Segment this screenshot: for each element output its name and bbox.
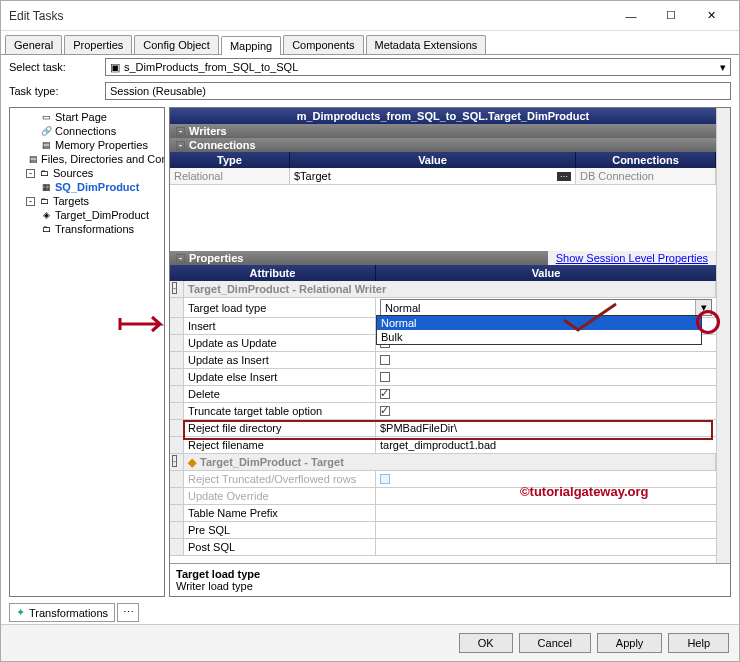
select-task-label: Select task: [9,61,99,73]
col-value: Value [290,152,576,168]
collapse-icon[interactable]: - [176,127,185,136]
collapse-icon[interactable]: - [176,141,185,150]
checkbox[interactable] [380,389,390,399]
chevron-down-icon: ▾ [720,61,726,74]
minimize-button[interactable]: — [611,2,651,30]
file-icon: ▤ [29,153,38,165]
main-tabs: General Properties Config Object Mapping… [1,31,739,55]
annotation-circle-dropdown [696,310,720,334]
session-level-link[interactable]: Show Session Level Properties [548,251,716,265]
ok-button[interactable]: OK [459,633,513,653]
select-task-value: s_DimProducts_from_SQL_to_SQL [124,61,298,73]
expand-icon[interactable]: - [26,197,35,206]
col-connections: Connections [576,152,716,168]
close-button[interactable]: ✕ [691,2,731,30]
task-icon: ▣ [110,61,120,74]
tree-item[interactable]: ▭Start Page [12,110,162,124]
property-row[interactable]: Update as Insert [170,352,716,369]
checkbox[interactable] [380,355,390,365]
mapping-heading: m_Dimproducts_from_SQL_to_SQL.Target_Dim… [170,108,716,124]
connections-band[interactable]: -Connections [170,138,716,152]
group-target[interactable]: - ◆Target_DimProduct - Target [170,454,716,471]
select-task-dropdown[interactable]: ▣s_DimProducts_from_SQL_to_SQL ▾ [105,58,731,76]
tab-components[interactable]: Components [283,35,363,54]
titlebar: Edit Tasks — ☐ ✕ [1,1,739,31]
transform-icon: ✦ [16,606,25,619]
help-button[interactable]: Help [668,633,729,653]
val-header: Value [376,265,716,281]
tab-metadata-extensions[interactable]: Metadata Extensions [366,35,487,54]
properties-label: Properties [189,252,243,264]
tree-item[interactable]: -🗀Sources [12,166,162,180]
collapse-icon[interactable]: - [172,455,177,467]
target-load-type-dropdown[interactable]: Normal▾ [380,299,712,316]
checkbox[interactable] [380,372,390,382]
property-row[interactable]: Post SQL [170,539,716,556]
tree-item[interactable]: ◈Target_DimProduct [12,208,162,222]
vertical-scrollbar[interactable] [716,108,730,563]
collapse-icon[interactable]: - [172,282,177,294]
mem-icon: ▤ [40,139,52,151]
tree-item[interactable]: ▦SQ_DimProduct [12,180,162,194]
tab-general[interactable]: General [5,35,62,54]
property-row[interactable]: Target load typeNormal▾NormalBulk [170,298,716,318]
conn-icon: 🔗 [40,125,52,137]
cell-type: Relational [170,168,290,185]
page-icon: ▭ [40,111,52,123]
folder-icon: 🗀 [38,167,50,179]
dropdown-option[interactable]: Normal [377,316,701,330]
writers-band[interactable]: -Writers [170,124,716,138]
watermark: ©tutorialgateway.org [520,484,649,499]
tree-item[interactable]: -🗀Targets [12,194,162,208]
nav-tree[interactable]: ▭Start Page🔗Connections▤Memory Propertie… [9,107,165,597]
cancel-button[interactable]: Cancel [519,633,591,653]
task-type-field: Session (Reusable) [105,82,731,100]
property-row[interactable]: Truncate target table option [170,403,716,420]
checkbox[interactable] [380,474,390,484]
dropdown-option[interactable]: Bulk [377,330,701,344]
property-row[interactable]: Pre SQL [170,522,716,539]
col-type: Type [170,152,290,168]
content-pane: m_Dimproducts_from_SQL_to_SQL.Target_Dim… [169,107,731,597]
checkbox[interactable] [380,406,390,416]
desc-text: Writer load type [176,580,724,592]
attr-header: Attribute [170,265,376,281]
target-icon: ◆ [188,456,196,469]
collapse-icon[interactable]: - [176,254,185,263]
folder-icon: 🗀 [40,223,52,235]
annotation-highlight-box [183,420,713,440]
dialog-buttons: OK Cancel Apply Help [1,624,739,661]
property-row[interactable]: Table Name Prefix [170,505,716,522]
desc-title: Target load type [176,568,724,580]
picker-icon[interactable]: ⋯ [557,172,571,181]
window-title: Edit Tasks [9,9,611,23]
cell-conn: DB Connection [576,168,716,185]
annotation-arrow [118,314,172,336]
expand-icon[interactable]: - [26,169,35,178]
dropdown-list[interactable]: NormalBulk [376,315,702,345]
task-type-label: Task type: [9,85,99,97]
tree-item[interactable]: 🔗Connections [12,124,162,138]
group-target-writer[interactable]: - Target_DimProduct - Relational Writer [170,281,716,298]
property-row[interactable]: Delete [170,386,716,403]
annotation-checkmark [560,302,620,336]
tgt-icon: ◈ [40,209,52,221]
cell-value[interactable]: $Target⋯ [290,168,576,185]
tab-properties[interactable]: Properties [64,35,132,54]
apply-button[interactable]: Apply [597,633,663,653]
tab-config-object[interactable]: Config Object [134,35,219,54]
task-type-value: Session (Reusable) [110,85,206,97]
tree-item[interactable]: 🗀Transformations [12,222,162,236]
description-panel: Target load type Writer load type [170,563,730,596]
maximize-button[interactable]: ☐ [651,2,691,30]
bottom-tab-arrows[interactable]: ⋯ [117,603,139,622]
property-row[interactable]: Update else Insert [170,369,716,386]
folder-icon: 🗀 [38,195,50,207]
src-icon: ▦ [40,181,52,193]
tree-item[interactable]: ▤Memory Properties [12,138,162,152]
tab-mapping[interactable]: Mapping [221,36,281,55]
bottom-tab-transformations[interactable]: ✦Transformations [9,603,115,622]
tree-item[interactable]: ▤Files, Directories and Com [12,152,162,166]
